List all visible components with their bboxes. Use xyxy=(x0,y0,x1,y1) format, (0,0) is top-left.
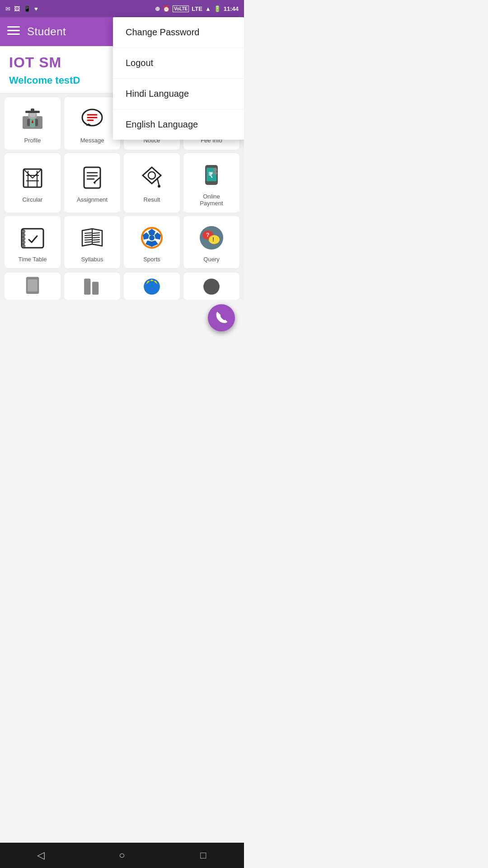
assignment-icon-wrap xyxy=(78,164,107,193)
partial-item-4 xyxy=(183,273,239,300)
sports-label: Sports xyxy=(143,256,160,263)
call-fab[interactable] xyxy=(208,304,235,331)
time-display: 11:44 xyxy=(224,5,239,12)
svg-line-56 xyxy=(85,235,91,236)
circular-icon-wrap xyxy=(18,164,47,193)
circular-label: Circular xyxy=(23,196,43,203)
svg-point-45 xyxy=(213,168,217,171)
signal-icon: ▲ xyxy=(205,5,211,12)
syllabus-icon-wrap xyxy=(78,223,107,252)
svg-rect-79 xyxy=(84,279,90,295)
svg-line-62 xyxy=(93,237,99,238)
message-icon-wrap xyxy=(78,104,107,133)
result-icon-wrap xyxy=(137,164,166,193)
dropdown-menu: Change Password Logout Hindi Language En… xyxy=(113,17,244,140)
svg-line-60 xyxy=(93,233,99,233)
heart-icon: ♥ xyxy=(34,5,38,12)
profile-item[interactable]: Profile xyxy=(5,97,61,150)
svg-point-41 xyxy=(158,185,160,188)
svg-rect-80 xyxy=(92,282,99,295)
svg-rect-2 xyxy=(7,33,20,35)
message-label: Message xyxy=(80,137,104,144)
svg-line-59 xyxy=(85,242,91,242)
profile-label: Profile xyxy=(24,137,41,144)
online-payment-icon-wrap: ₹ xyxy=(197,160,226,189)
partial-item-2 xyxy=(64,273,120,300)
english-language-item[interactable]: English Language xyxy=(113,109,244,140)
query-item[interactable]: ? ! Query xyxy=(183,216,239,269)
app-title: Student xyxy=(27,25,66,38)
svg-line-36 xyxy=(94,177,100,183)
change-password-item[interactable]: Change Password xyxy=(113,17,244,48)
svg-rect-0 xyxy=(7,26,20,28)
status-icons-right: ⊕ ⏰ VoLTE LTE ▲ 🔋 11:44 xyxy=(155,5,239,12)
battery-icon: 🔋 xyxy=(214,5,221,12)
hindi-language-item[interactable]: Hindi Language xyxy=(113,79,244,109)
online-payment-label: Online Payment xyxy=(200,193,223,207)
profile-icon-wrap xyxy=(18,104,47,133)
partial-row xyxy=(0,273,244,300)
svg-point-71 xyxy=(149,235,155,241)
partial-item-3 xyxy=(124,273,180,300)
time-table-label: Time Table xyxy=(19,256,47,263)
svg-rect-78 xyxy=(28,279,37,292)
svg-line-63 xyxy=(93,240,99,240)
query-label: Query xyxy=(203,256,219,263)
svg-text:!: ! xyxy=(212,236,214,243)
svg-line-61 xyxy=(93,235,99,236)
logout-item[interactable]: Logout xyxy=(113,48,244,79)
partial-item-1 xyxy=(5,273,61,300)
assignment-label: Assignment xyxy=(77,196,108,203)
syllabus-label: Syllabus xyxy=(81,256,103,263)
sports-item[interactable]: Sports xyxy=(124,216,180,269)
svg-text:?: ? xyxy=(206,232,209,238)
result-label: Result xyxy=(144,196,160,203)
lte-label: LTE xyxy=(192,5,202,12)
sports-icon-wrap xyxy=(137,223,166,252)
svg-line-58 xyxy=(85,240,91,240)
svg-rect-32 xyxy=(84,167,100,188)
image-icon: 🖼 xyxy=(14,5,20,12)
online-payment-item[interactable]: ₹ Online Payment xyxy=(183,153,239,212)
welcome-prefix: Welcome xyxy=(9,75,55,86)
svg-rect-1 xyxy=(7,30,20,31)
mail-icon: ✉ xyxy=(5,5,10,12)
status-icons-left: ✉ 🖼 📱 ♥ xyxy=(5,5,38,12)
message-item[interactable]: Message xyxy=(64,97,120,150)
svg-point-46 xyxy=(213,172,217,175)
result-item[interactable]: Result xyxy=(124,153,180,212)
circular-item[interactable]: Circular xyxy=(5,153,61,212)
syllabus-item[interactable]: Syllabus xyxy=(64,216,120,269)
hamburger-menu[interactable] xyxy=(7,25,20,38)
svg-line-55 xyxy=(85,233,91,233)
svg-rect-10 xyxy=(31,108,34,112)
query-icon-wrap: ? ! xyxy=(197,223,226,252)
svg-point-39 xyxy=(148,172,155,179)
svg-line-57 xyxy=(85,237,91,238)
volte-label: VoLTE xyxy=(173,5,189,12)
svg-point-75 xyxy=(209,235,220,244)
time-table-item[interactable]: Time Table xyxy=(5,216,61,269)
location-icon: ⊕ xyxy=(155,5,160,12)
time-table-icon-wrap xyxy=(18,223,47,252)
svg-point-83 xyxy=(203,279,220,295)
assignment-item[interactable]: Assignment xyxy=(64,153,120,212)
svg-line-64 xyxy=(93,242,99,242)
alarm-icon: ⏰ xyxy=(163,5,170,12)
whatsapp-icon: 📱 xyxy=(23,5,31,12)
status-bar: ✉ 🖼 📱 ♥ ⊕ ⏰ VoLTE LTE ▲ 🔋 11:44 xyxy=(0,0,244,17)
svg-line-40 xyxy=(157,178,159,185)
svg-text:₹: ₹ xyxy=(208,171,213,179)
username: testD xyxy=(55,75,80,86)
